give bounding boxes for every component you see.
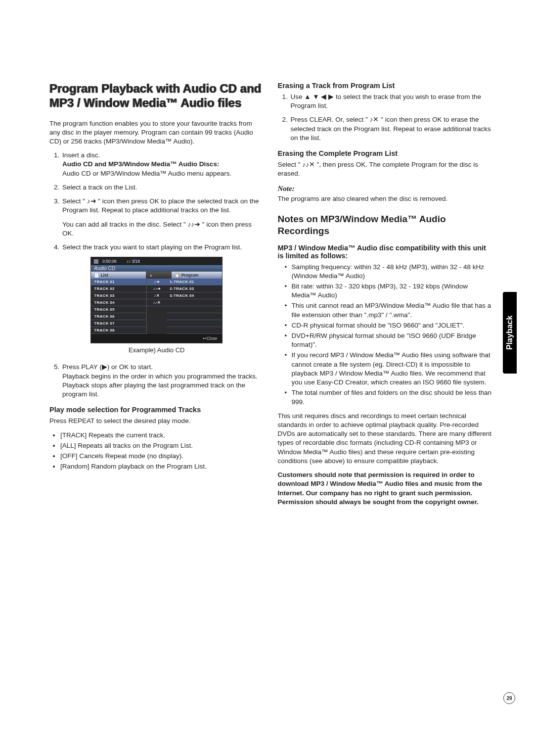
shot-body: TRACK 01 TRACK 02 TRACK 03 TRACK 04 TRAC… xyxy=(91,279,222,334)
stop-icon xyxy=(94,259,98,264)
erase-track-heading: Erasing a Track from Program List xyxy=(278,82,492,90)
erase-all-heading: Erasing the Complete Program List xyxy=(278,149,492,157)
playmode-intro: Press REPEAT to select the desired play … xyxy=(49,417,264,425)
notes-heading: Notes on MP3/Window Media™ Audio Recordi… xyxy=(278,213,492,237)
requirements-paragraph: This unit requires discs and recordings … xyxy=(278,412,492,466)
track-list: TRACK 01 TRACK 02 TRACK 03 TRACK 04 TRAC… xyxy=(91,279,147,334)
shot-scroll-gap: ▲ xyxy=(146,272,172,279)
step-2: Select a track on the List. xyxy=(61,183,264,192)
instruction-list: Insert a disc. Audio CD and MP3/Window M… xyxy=(49,151,264,252)
page-content: Program Playback with Audio CD and MP3 /… xyxy=(0,0,534,541)
shot-headers: 📄 List ▲ 📋 Program xyxy=(91,272,222,279)
page-number: 29 xyxy=(503,692,515,704)
left-column: Program Playback with Audio CD and MP3 /… xyxy=(49,82,264,512)
erase-all-paragraph: Select " ♪♪✕ ", then press OK. The compl… xyxy=(278,160,492,178)
playmode-heading: Play mode selection for Programmed Track… xyxy=(49,406,264,414)
right-column: Erasing a Track from Program List Use ▲ … xyxy=(278,82,492,512)
list-header: 📄 List xyxy=(91,272,146,279)
compat-bullets: Sampling frequency: within 32 - 48 kHz (… xyxy=(278,263,492,407)
step-3: Select " ♪➜ " icon then press OK to plac… xyxy=(61,197,264,238)
step-4: Select the track you want to start playi… xyxy=(61,243,264,252)
note-label: Note: xyxy=(278,184,492,193)
step-1: Insert a disc. Audio CD and MP3/Window M… xyxy=(61,151,264,178)
erase-step-1: Use ▲ ▼ ◀ ▶ to select the track that you… xyxy=(290,93,492,110)
note-paragraph: The programs are also cleared when the d… xyxy=(278,194,492,203)
shot-topbar: 0:50:06 ♪♪ 3/18 xyxy=(91,257,222,265)
erase-track-steps: Use ▲ ▼ ◀ ▶ to select the track that you… xyxy=(278,93,492,142)
copyright-paragraph: Customers should note that permission is… xyxy=(278,471,492,507)
shot-subtitle: Audio CD xyxy=(91,265,222,272)
instruction-list-cont: Press PLAY (▶) or OK to start. Playback … xyxy=(49,363,264,399)
compat-heading: MP3 / Window Media™ Audio disc compatibi… xyxy=(278,244,492,260)
intro-paragraph: The program function enables you to stor… xyxy=(49,119,264,146)
screenshot-caption: Example) Audio CD xyxy=(49,346,264,354)
program-list: 1-TRACK 01 2-TRACK 03 3-TRACK 04 xyxy=(167,279,222,334)
step-5: Press PLAY (▶) or OK to start. Playback … xyxy=(61,363,264,399)
example-screenshot: 0:50:06 ♪♪ 3/18 Audio CD 📄 List ▲ 📋 Prog… xyxy=(90,257,222,343)
playmode-list: [TRACK] Repeats the current track. [ALL]… xyxy=(49,431,264,472)
main-heading: Program Playback with Audio CD and MP3 /… xyxy=(49,82,264,110)
section-tab: Playback xyxy=(503,292,517,374)
program-header: 📋 Program xyxy=(172,272,222,279)
mid-icons: ♪➜ ♪♪➜ ♪✕ ♪♪✕ xyxy=(147,279,167,334)
shot-footer: ↩Close xyxy=(91,334,222,343)
erase-step-2: Press CLEAR. Or, select " ♪✕ " icon then… xyxy=(290,115,492,142)
